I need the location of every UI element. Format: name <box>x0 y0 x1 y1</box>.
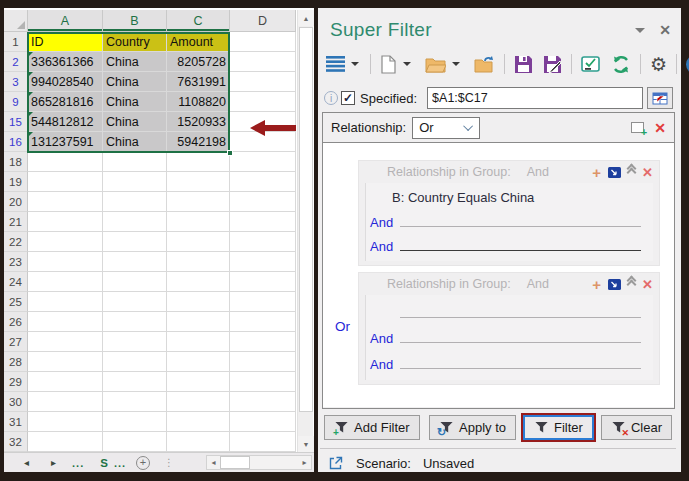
grid-cell[interactable] <box>167 212 230 232</box>
grid-cell[interactable] <box>28 312 103 332</box>
grid-cell[interactable] <box>230 332 296 352</box>
grid-cell[interactable] <box>103 372 167 392</box>
row-header[interactable]: 29 <box>4 372 28 392</box>
grid-cell[interactable] <box>28 292 103 312</box>
row-header[interactable]: 1 <box>4 32 28 52</box>
grid-cell[interactable] <box>230 412 296 432</box>
scroll-right-icon[interactable]: ▸ <box>298 456 311 469</box>
grid-cell[interactable] <box>103 192 167 212</box>
grid-cell[interactable] <box>103 332 167 352</box>
grid-cell[interactable] <box>103 212 167 232</box>
filter-condition-row[interactable]: And <box>366 355 653 372</box>
grid-cell[interactable] <box>167 252 230 272</box>
grid-cell[interactable] <box>28 212 103 232</box>
grid-cell[interactable]: Amount <box>167 32 230 52</box>
row-header[interactable]: 27 <box>4 332 28 352</box>
grid-cell[interactable]: China <box>103 112 167 132</box>
filter-condition-row[interactable]: And <box>366 237 653 254</box>
open-scenario-icon[interactable] <box>328 455 344 471</box>
group-relationship-value[interactable]: And <box>527 277 549 291</box>
grid-cell[interactable]: ID <box>28 32 103 52</box>
horizontal-scrollbar[interactable]: ◂ ▸ <box>206 455 312 470</box>
grid-cell[interactable] <box>230 152 296 172</box>
grid-cell[interactable]: 8205728 <box>167 52 230 72</box>
grid-cell[interactable] <box>230 392 296 412</box>
grid-cell[interactable] <box>230 292 296 312</box>
grid-cell[interactable]: 1108820 <box>167 92 230 112</box>
grid-cell[interactable] <box>167 272 230 292</box>
filter-condition-row[interactable]: And <box>366 213 653 230</box>
grid-cell[interactable] <box>28 272 103 292</box>
open-folder-dropdown-icon[interactable] <box>452 62 460 66</box>
grid-cell[interactable] <box>167 292 230 312</box>
scroll-up-icon[interactable]: ▲ <box>298 10 314 26</box>
grid-cell[interactable]: 5942198 <box>167 132 230 152</box>
grid-cell[interactable] <box>230 32 296 52</box>
sheet-tabs-overflow-right[interactable]: ... <box>114 457 126 469</box>
grid-cell[interactable] <box>103 232 167 252</box>
grid-cell[interactable]: 544812812 <box>28 112 103 132</box>
revert-folder-icon[interactable] <box>474 55 495 74</box>
row-header[interactable]: 28 <box>4 352 28 372</box>
apply-to-button[interactable]: ↻ Apply to <box>429 415 516 440</box>
scroll-down-icon[interactable]: ▼ <box>298 436 314 452</box>
condition-underline[interactable] <box>400 304 641 318</box>
or-connector-label[interactable]: Or <box>335 319 350 334</box>
group-relationship-value[interactable]: And <box>527 165 549 179</box>
panel-options-icon[interactable] <box>581 56 600 73</box>
grid-cell[interactable] <box>28 232 103 252</box>
column-header-a[interactable]: A <box>28 10 103 32</box>
grid-cell[interactable]: 7631991 <box>167 72 230 92</box>
grid-cell[interactable] <box>103 412 167 432</box>
grid-cell[interactable] <box>167 412 230 432</box>
horizontal-scroll-thumb[interactable] <box>220 456 250 469</box>
row-header[interactable]: 16 <box>4 132 28 152</box>
filter-button[interactable]: Filter <box>523 415 594 440</box>
grid-cell[interactable] <box>28 352 103 372</box>
grid-cell[interactable] <box>28 172 103 192</box>
grid-cell[interactable] <box>230 352 296 372</box>
grid-cell[interactable] <box>28 252 103 272</box>
grid-cell[interactable] <box>167 392 230 412</box>
grid-cell[interactable]: China <box>103 52 167 72</box>
open-folder-icon[interactable] <box>425 56 446 73</box>
row-header[interactable]: 30 <box>4 392 28 412</box>
grid-cell[interactable] <box>103 252 167 272</box>
filter-condition-row[interactable]: And <box>366 329 653 346</box>
grid-cell[interactable]: China <box>103 132 167 152</box>
column-header-c[interactable]: C <box>167 10 230 32</box>
grid-cell[interactable]: 131237591 <box>28 132 103 152</box>
grid-cell[interactable] <box>103 292 167 312</box>
grid-cell[interactable] <box>230 252 296 272</box>
grid-cell[interactable] <box>103 352 167 372</box>
grid-cell[interactable] <box>230 52 296 72</box>
grid-cell[interactable] <box>103 432 167 452</box>
grid-cell[interactable] <box>28 152 103 172</box>
grid-cell[interactable] <box>230 92 296 112</box>
grid-cell[interactable] <box>230 432 296 452</box>
menu-icon[interactable] <box>326 56 345 72</box>
condition-underline[interactable] <box>400 329 641 343</box>
grid-cell[interactable] <box>103 272 167 292</box>
grid-cell[interactable] <box>167 332 230 352</box>
new-file-icon[interactable] <box>380 55 397 74</box>
gear-icon[interactable]: ⚙ <box>650 55 667 74</box>
grid-cell[interactable]: 865281816 <box>28 92 103 112</box>
grid-cell[interactable]: 1520933 <box>167 112 230 132</box>
row-header[interactable]: 9 <box>4 92 28 112</box>
specified-checkbox[interactable]: ✓ <box>341 91 355 105</box>
grid-cell[interactable]: 336361366 <box>28 52 103 72</box>
sheet-nav-right-icon[interactable]: ▸ <box>51 457 56 468</box>
grid-cell[interactable] <box>103 172 167 192</box>
grid-cell[interactable] <box>103 152 167 172</box>
condition-underline[interactable] <box>400 213 641 227</box>
move-to-new-group-icon[interactable] <box>608 167 621 178</box>
scroll-left-icon[interactable]: ◂ <box>207 456 220 469</box>
row-header[interactable]: 3 <box>4 72 28 92</box>
grid-cell[interactable] <box>230 272 296 292</box>
row-header[interactable]: 23 <box>4 252 28 272</box>
grid-cell[interactable] <box>28 332 103 352</box>
grid-cell[interactable] <box>103 392 167 412</box>
vertical-scroll-thumb[interactable] <box>299 27 313 412</box>
filter-condition-row[interactable] <box>366 304 653 321</box>
